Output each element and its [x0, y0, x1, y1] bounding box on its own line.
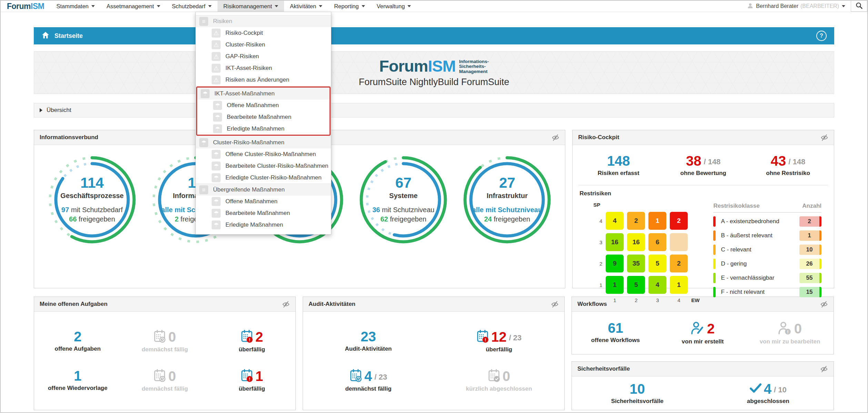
home-icon	[41, 31, 50, 39]
nav-item-risikomanagement[interactable]: Risikomanagement	[218, 1, 284, 12]
list-icon: ≡	[199, 17, 208, 26]
svg-text:!: !	[787, 329, 788, 334]
menu-section-übergreifende-maßnahmen: ≡Übergreifende Maßnahmen☂Offene Maßnahme…	[196, 184, 331, 231]
hide-widget-eye-off-icon[interactable]	[820, 134, 828, 142]
menu-item-risiko-cockpit[interactable]: ⚠Risiko-Cockpit	[196, 27, 331, 39]
user-menu[interactable]: Bernhard Berater (BEARBEITER)	[747, 3, 845, 10]
menu-item-label: Bearbeitete Maßnahmen	[227, 114, 291, 121]
user-name: Bernhard Berater	[756, 3, 798, 9]
menu-item-offene-cluster-risiko-maßnahmen[interactable]: ☂Offene Cluster-Risiko-Maßnahmen	[196, 148, 331, 160]
menu-item-ikt-asset-risiken[interactable]: ⚠IKT-Asset-Risiken	[196, 62, 331, 74]
risiko-cockpit-body: 148Risiken erfasst38/ 148ohne Bewertung4…	[573, 145, 834, 307]
matrix-col-label: 4	[670, 297, 688, 303]
cal-clock-blue-icon	[350, 369, 362, 382]
menu-item-gap-risiken[interactable]: ⚠GAP-Risiken	[196, 51, 331, 62]
nav-item-schutzbedarf[interactable]: Schutzbedarf	[166, 1, 218, 12]
uebersicht-label: Übersicht	[47, 107, 71, 114]
stat-value: 43	[771, 154, 786, 168]
nav-item-reporting[interactable]: Reporting	[328, 1, 371, 12]
chevron-down-icon	[362, 5, 365, 7]
menu-header-übergreifende-maßnahmen[interactable]: ≡Übergreifende Maßnahmen	[196, 184, 331, 196]
stat-überfällig: !12/ 23überfällig	[476, 330, 522, 353]
eye-off-icon	[551, 300, 559, 308]
user-icon	[747, 3, 753, 10]
stat-top: 0	[142, 330, 188, 344]
panel-sich-header: Sicherheitsvorfälle	[572, 362, 834, 376]
asset-circle-geschäftsprozesse: 114Geschäftsprozesse97 mit Schutzbedarf6…	[46, 154, 138, 246]
legend-color-bar	[713, 230, 716, 241]
nav-item-label: Reporting	[334, 3, 359, 10]
asset-circle-infrastruktur: 27Infrastrukturalle mit Schutzniveau24 f…	[461, 154, 553, 246]
hide-widget-eye-off-icon[interactable]	[820, 365, 828, 373]
menu-item-risiken-aus-änderungen[interactable]: ⚠Risiken aus Änderungen	[196, 74, 331, 86]
nav-menu: StammdatenAssetmanagementSchutzbedarfRis…	[50, 1, 417, 12]
banner-logo-part1: Forum	[379, 57, 428, 75]
chevron-down-icon	[407, 5, 411, 7]
menu-item-erledigte-maßnahmen[interactable]: ☂Erledigte Maßnahmen	[196, 219, 331, 231]
matrix-cell: 5	[648, 255, 666, 272]
stat-top: 0	[466, 369, 532, 383]
menu-item-label: Offene Cluster-Risiko-Maßnahmen	[225, 151, 316, 158]
stat-suffix: / 23	[509, 333, 522, 342]
stat-suffix: / 148	[704, 157, 720, 166]
stat-top: 2	[682, 321, 724, 336]
circle-line1: alle mit Schutzniveau	[472, 205, 542, 215]
menu-item-label: Erledigte Maßnahmen	[227, 125, 284, 132]
legend-label: B - äußerst relevant	[721, 232, 799, 239]
legend-col1: Restrisikoklasse	[713, 203, 759, 209]
help-button[interactable]: ?	[816, 31, 827, 41]
menu-item-bearbeitete-cluster-risiko-maßnahmen[interactable]: ☂Bearbeitete Cluster-Risiko-Maßnahmen	[196, 160, 331, 172]
menu-item-cluster-risiken[interactable]: ⚠Cluster-Risiken	[196, 39, 331, 51]
stat-suffix: / 148	[788, 157, 805, 166]
menu-item-bearbeitete-maßnahmen[interactable]: ☂Bearbeitete Maßnahmen	[197, 111, 330, 123]
chevron-down-icon	[319, 5, 322, 7]
stat-label: ohne Restrisiko	[766, 170, 810, 177]
hide-widget-eye-off-icon[interactable]	[551, 300, 559, 308]
stat-top: !1	[239, 369, 265, 383]
menu-item-offene-maßnahmen[interactable]: ☂Offene Maßnahmen	[197, 100, 330, 111]
list-icon: ≡	[199, 185, 208, 194]
breadcrumb: Startseite ?	[34, 27, 834, 44]
app-banner: ForumISM Informations- Sicherheits- Mana…	[34, 51, 834, 94]
uebersicht-collapsible[interactable]: Übersicht	[34, 103, 834, 117]
stat-value: 12	[491, 330, 507, 344]
matrix-x-axis-label: EW	[691, 297, 699, 303]
menu-header-ikt-asset-maßnahmen[interactable]: ☂IKT-Asset-Maßnahmen	[197, 87, 330, 100]
matrix-row: 44212	[595, 212, 699, 230]
menu-item-erledigte-maßnahmen[interactable]: ☂Erledigte Maßnahmen	[197, 123, 330, 135]
user-icon	[747, 3, 753, 9]
menu-header-cluster-risiko-maßnahmen[interactable]: ☂Cluster-Risiko-Maßnahmen	[196, 136, 331, 148]
menu-header-risiken[interactable]: ≡Risiken	[196, 15, 331, 27]
chevron-down-icon	[157, 5, 160, 7]
circle-value: 114	[80, 176, 104, 190]
matrix-cell: 2	[627, 212, 645, 230]
matrix-row: 11541	[595, 276, 699, 294]
nav-item-verwaltung[interactable]: Verwaltung	[371, 1, 417, 12]
nav-item-label: Schutzbedarf	[172, 3, 205, 10]
menu-item-label: Bearbeitete Cluster-Risiko-Maßnahmen	[225, 163, 329, 169]
stat-suffix: / 23	[374, 373, 387, 382]
menu-item-erledigte-cluster-risiko-maßnahmen[interactable]: ☂Erledigte Cluster-Risiko-Maßnahmen	[196, 172, 331, 184]
banner-subtitle: ForumSuite NightlyBuild ForumSuite	[359, 77, 509, 87]
sicherheitsvorfaelle-stats: 10Sicherheitsvorfälle4/ 10abgeschlossen	[572, 376, 834, 410]
divider	[578, 185, 828, 185]
hide-widget-eye-off-icon[interactable]	[282, 300, 290, 308]
menu-item-bearbeitete-maßnahmen[interactable]: ☂Bearbeitete Maßnahmen	[196, 207, 331, 219]
svg-text:!: !	[249, 337, 250, 342]
nav-item-assetmanagement[interactable]: Assetmanagement	[101, 1, 166, 12]
matrix-cell: 5	[627, 276, 645, 294]
nav-item-label: Risikomanagement	[223, 3, 272, 10]
nav-item-stammdaten[interactable]: Stammdaten	[50, 1, 101, 12]
search-button[interactable]	[851, 1, 867, 12]
nav-item-aktivitäten[interactable]: Aktivitäten	[284, 1, 328, 12]
stat-value: 0	[794, 322, 802, 335]
risk-cluster-icon: ⚠	[212, 40, 221, 49]
stat-demnächst-fällig: 0demnächst fällig	[142, 330, 188, 353]
legend-count-badge: 55	[799, 273, 821, 283]
stat-offene-workflows: 61offene Workflows	[591, 321, 640, 345]
legend-color-bar	[713, 259, 716, 269]
menu-item-label: Offene Maßnahmen	[225, 198, 277, 205]
hide-widget-eye-off-icon[interactable]	[552, 134, 559, 142]
umbrella-cluster-icon: ☂	[212, 173, 221, 182]
menu-item-offene-maßnahmen[interactable]: ☂Offene Maßnahmen	[196, 196, 331, 207]
